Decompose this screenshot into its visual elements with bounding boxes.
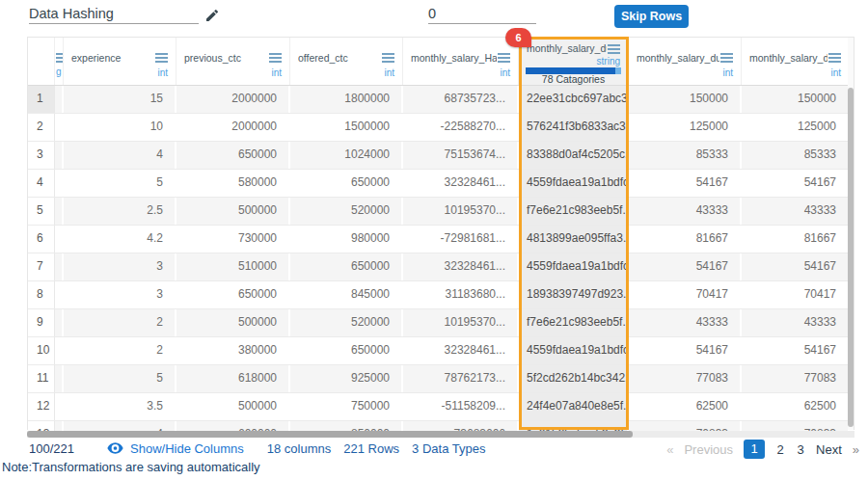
column-header-4[interactable]: monthly_salary_Ha...int [403,38,519,85]
column-menu-icon[interactable] [608,44,620,46]
column-menu-icon[interactable] [498,53,510,55]
table-row: 4558000065000032328461...4559fdaea19a1bd… [28,170,854,198]
skip-rows-input[interactable] [428,4,536,24]
transformation-name-input[interactable] [29,4,199,24]
column-menu-icon[interactable] [155,53,168,55]
cell: 500000 [176,393,290,420]
pagination-page-1[interactable]: 1 [744,440,765,459]
column-header-5[interactable]: monthly_salary_du...string78 Catagories [519,38,629,85]
column-type-label: int [500,67,510,78]
cell: 5f2cd262b14bc342... [519,365,629,392]
column-menu-icon[interactable] [382,53,394,55]
column-type-label: int [384,67,394,78]
column-name: experience [71,52,154,64]
column-header-2[interactable]: previous_ctcint [176,38,290,85]
cell: 576241f3b6833ac3... [519,114,629,141]
partial-column-cell [55,337,64,364]
cell: 4813899ae095ffa3... [519,226,629,253]
cell: 10 [64,114,176,141]
edit-pencil-icon[interactable] [204,8,220,23]
cell: 4559fdaea19a1bdfc... [519,337,629,364]
row-number: 7 [28,253,55,280]
cell: -73683606 [403,421,519,431]
table-header-row: g experienceintprevious_ctcintoffered_ct… [28,38,854,86]
pagination-page-2[interactable]: 2 [775,442,785,457]
partial-column-cell [55,393,64,420]
cell: 81667 [742,226,850,253]
pagination-previous[interactable]: Previous [684,442,733,457]
skip-rows-button[interactable]: Skip Rows [614,5,689,28]
column-type-label: int [722,67,733,78]
table-row: 7351000065000032328461...4559fdaea19a1bd… [28,253,854,281]
vertical-scrollbar-thumb[interactable] [848,88,854,427]
column-menu-icon[interactable] [828,53,841,55]
column-menu-icon [56,53,63,55]
column-header-partial[interactable]: g [55,38,64,85]
column-menu-icon[interactable] [720,53,733,55]
row-number: 1 [28,86,55,113]
table-row: 123.5500000750000-51158209...24f4e07a840… [28,393,854,421]
partial-column-cell [55,421,64,431]
cell: 650000 [290,337,403,364]
cell: 618000 [176,365,290,392]
show-hide-columns-link[interactable]: Show/Hide Columns [130,441,244,456]
cell: 78762173... [403,365,519,392]
cell: 600000 [176,421,290,431]
cell: 85333 [742,142,850,169]
cell: f7e6e21c983eeb5f... [519,198,629,225]
data-table: g experienceintprevious_ctcintoffered_ct… [27,37,854,430]
cell: 2000000 [176,114,290,141]
cell: 75153674... [403,142,519,169]
cell: 10195370... [403,309,519,336]
cell: 850000 [290,421,403,431]
column-header-3[interactable]: offered_ctcint [290,38,403,85]
pagination-page-3[interactable]: 3 [796,442,805,457]
column-name: monthly_salary_du... [749,52,827,64]
cell: 32328461... [403,337,519,364]
cell: 500000 [176,198,290,225]
table-body: 1152000000180000068735723...22ee31cbc697… [28,86,854,431]
pagination-last-arrow[interactable]: » [853,442,859,457]
cell: -22588270... [403,114,519,141]
cell: 62500 [629,393,742,420]
horizontal-scrollbar[interactable] [27,431,854,438]
cell: 5 [64,365,176,392]
row-number: 4 [28,170,55,197]
partial-column-cell [55,253,64,280]
cell: 1c01b2bc5ce59c9f [519,421,629,431]
column-header-7[interactable]: monthly_salary_du...int [742,38,850,85]
eye-icon[interactable] [107,442,123,454]
cell: 32328461... [403,170,519,197]
horizontal-scrollbar-thumb[interactable] [27,431,633,438]
partial-column-cell [55,170,64,197]
column-menu-icon[interactable] [269,53,282,55]
column-name: offered_ctc [298,52,381,64]
pagination-first-arrow[interactable]: « [666,442,673,457]
cell: 4559fdaea19a1bdfc... [519,170,629,197]
row-number: 8 [28,281,55,308]
cell: 54167 [629,253,742,280]
partial-column-cell [55,309,64,336]
vertical-scrollbar[interactable] [848,38,854,430]
row-number: 9 [28,309,55,336]
cell: 2 [64,337,176,364]
cell: 43333 [742,309,850,336]
pagination-next[interactable]: Next [816,442,842,457]
cell: 54167 [742,337,850,364]
table-row: 10238000065000032328461...4559fdaea19a1b… [28,337,854,365]
cell: 81667 [629,226,742,253]
cell: 24f4e07a840e8e5f... [519,393,629,420]
column-header-1[interactable]: experienceint [64,38,176,85]
visible-rows-progress: 100/221 [29,441,74,456]
row-number: 12 [28,393,55,420]
table-row: 8365000084500031183680...18938397497d923… [28,281,854,309]
table-footer: 100/221 Show/Hide Columns 18 columns 221… [29,440,498,457]
column-name: monthly_salary_Ha... [411,52,497,64]
column-header-6[interactable]: monthly_salary_du...int [629,38,742,85]
rows-count: 221 Rows [343,441,399,456]
partial-column-cell [55,86,64,113]
autosave-note: Note:Transformations are saving automati… [2,460,260,474]
row-number: 6 [28,226,55,253]
cell: 31183680... [403,281,519,308]
table-row: 64.2730000980000-72981681...4813899ae095… [28,226,854,253]
